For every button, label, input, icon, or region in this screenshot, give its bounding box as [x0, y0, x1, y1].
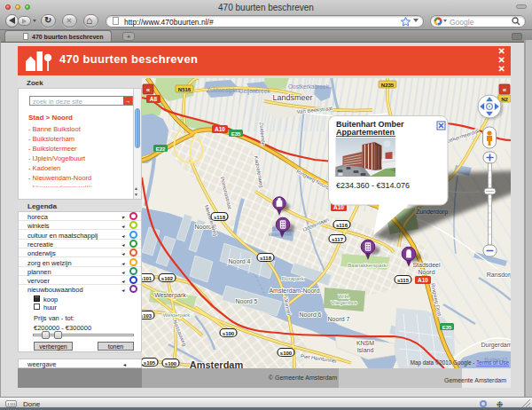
svg-text:Vliegenbos: Vliegenbos [331, 300, 357, 305]
svg-text:s118: s118 [260, 256, 272, 261]
svg-text:Zuidwestplas: Zuidwestplas [207, 87, 241, 94]
svg-text:s105: s105 [144, 360, 156, 366]
svg-text:«: « [503, 86, 507, 94]
svg-text:Geijenbreek: Geijenbreek [239, 88, 270, 95]
svg-text:s101: s101 [142, 276, 153, 281]
svg-text:Westerpark: Westerpark [154, 292, 186, 299]
svg-text:N516: N516 [178, 87, 192, 92]
svg-text:Appartementen: Appartementen [336, 128, 395, 137]
svg-text:Island: Island [357, 347, 374, 353]
svg-text:Noord: Noord [418, 269, 434, 275]
svg-text:A10: A10 [215, 126, 225, 132]
svg-text:€234.360 - €314.076: €234.360 - €314.076 [336, 181, 410, 190]
svg-text:s100: s100 [280, 351, 293, 356]
svg-text:Westerpark: Westerpark [163, 312, 192, 318]
svg-text:Baanakkerspark: Baanakkerspark [348, 263, 387, 268]
svg-text:A8: A8 [150, 96, 158, 102]
svg-text:Noord 4: Noord 4 [229, 258, 251, 264]
svg-text:s102: s102 [161, 276, 174, 281]
svg-text:s115: s115 [397, 278, 410, 283]
svg-text:Map data ©2010 Google - Terms: Map data ©2010 Google - Terms of Use [411, 359, 510, 367]
svg-text:s117: s117 [332, 237, 344, 242]
svg-text:W.H.: W.H. [339, 294, 350, 299]
svg-text:A10: A10 [418, 277, 428, 283]
svg-text:Florapark: Florapark [281, 276, 304, 281]
svg-text:s118: s118 [214, 215, 226, 220]
svg-text:Oostkerkabreek: Oostkerkabreek [288, 83, 330, 90]
svg-text:N2: N2 [501, 97, 508, 102]
svg-text:Noord 5: Noord 5 [236, 298, 258, 304]
svg-text:s100: s100 [165, 361, 177, 367]
svg-text:Durgerdam: Durgerdam [481, 342, 511, 349]
svg-text:E22: E22 [156, 146, 166, 152]
svg-text:E35: E35 [442, 325, 452, 330]
svg-text:Landsmeer: Landsmeer [272, 93, 312, 102]
svg-text:s100: s100 [223, 331, 235, 336]
svg-text:Ransdorp: Ransdorp [487, 272, 511, 279]
svg-text:s103: s103 [142, 313, 153, 319]
svg-text:E35: E35 [231, 131, 241, 137]
svg-text:Noord 7: Noord 7 [328, 316, 350, 322]
svg-text:Amsterdam: Amsterdam [190, 359, 244, 368]
svg-text:N235: N235 [381, 83, 395, 88]
svg-text:«: « [146, 86, 151, 94]
svg-text:Noord 6: Noord 6 [300, 311, 322, 318]
svg-text:Stadsdeel: Stadsdeel [412, 262, 441, 268]
svg-text:s116: s116 [336, 223, 348, 228]
svg-text:Amsterdam-Noord: Amsterdam-Noord [269, 288, 319, 294]
svg-text:KNSM: KNSM [356, 340, 374, 346]
